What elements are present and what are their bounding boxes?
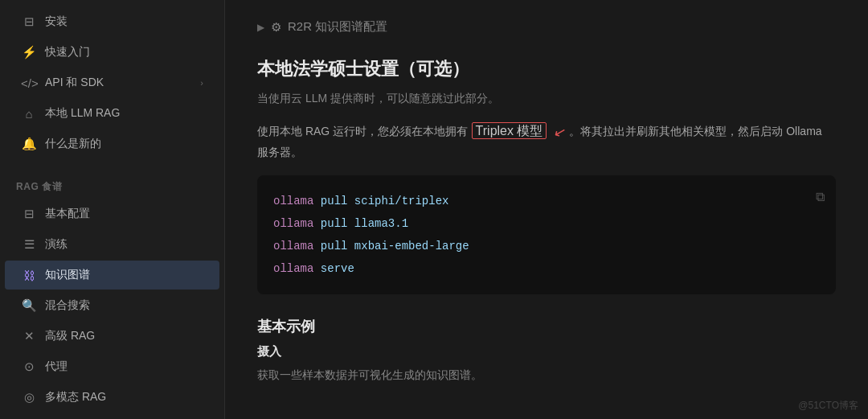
sidebar-item-local-llm-label: 本地 LLM RAG <box>45 106 203 121</box>
advanced-icon: ✕ <box>21 329 37 343</box>
basic-examples-heading: 基本示例 <box>257 317 836 336</box>
sidebar-item-agent-label: 代理 <box>45 359 203 374</box>
sidebar-item-knowledge-graph[interactable]: ⛓ 知识图谱 <box>5 261 219 290</box>
triplex-highlight: Triplex 模型 <box>472 122 547 139</box>
local-section-description: 当使用云 LLM 提供商时，可以随意跳过此部分。 <box>257 89 836 107</box>
graph-icon: ⛓ <box>21 269 37 282</box>
copy-icon[interactable]: ⧉ <box>816 185 825 211</box>
red-arrow-annotation: ↙ <box>551 122 567 142</box>
collapsible-label: R2R 知识图谱配置 <box>288 19 387 35</box>
ingest-description: 获取一些样本数据并可视化生成的知识图谱。 <box>257 366 836 384</box>
sidebar-item-advanced-rag-label: 高级 RAG <box>45 329 203 343</box>
code-block: ⧉ ollama pull sciphi/triplex ollama pull… <box>257 175 836 294</box>
sidebar-item-quickstart-label: 快速入门 <box>45 45 203 60</box>
sidebar-item-whats-new[interactable]: 🔔 什么是新的 <box>5 129 219 158</box>
code-line-1: ollama pull sciphi/triplex <box>273 190 820 212</box>
code-line-2: ollama pull llama3.1 <box>273 212 820 235</box>
sidebar-item-install[interactable]: ⊟ 安装 <box>5 7 219 36</box>
code-line-4: ollama serve <box>273 257 820 280</box>
eye-icon: ◎ <box>21 390 37 405</box>
grid-icon: ⊟ <box>21 207 37 221</box>
sidebar-item-web-dev[interactable]: ⊟ Web 开发 <box>5 413 219 419</box>
code-line-3: ollama pull mxbai-embed-large <box>273 235 820 257</box>
sidebar-item-multimodal-rag-label: 多模态 RAG <box>45 390 203 405</box>
chevron-expand-icon: ▶ <box>257 22 264 33</box>
sidebar-item-api-sdk[interactable]: </> API 和 SDK › <box>5 68 219 97</box>
watermark: @51CTO博客 <box>798 399 858 413</box>
sidebar-item-knowledge-graph-label: 知识图谱 <box>45 268 203 282</box>
sidebar-item-api-sdk-label: API 和 SDK <box>45 76 192 90</box>
sidebar-item-drill[interactable]: ☰ 演练 <box>5 230 219 259</box>
list-icon: ☰ <box>21 237 37 252</box>
sidebar-item-local-llm[interactable]: ⌂ 本地 LLM RAG <box>5 99 219 128</box>
sidebar-item-basic-config[interactable]: ⊟ 基本配置 <box>5 199 219 228</box>
sidebar: ⊟ 安装 ⚡ 快速入门 </> API 和 SDK › ⌂ 本地 LLM RAG… <box>0 0 225 419</box>
sidebar-item-quickstart[interactable]: ⚡ 快速入门 <box>5 38 219 67</box>
search-icon: 🔍 <box>21 298 37 313</box>
code-icon: </> <box>21 76 37 90</box>
install-icon: ⊟ <box>21 14 37 29</box>
instruction-paragraph: 使用本地 RAG 运行时，您必须在本地拥有 Triplex 模型 ↙ 。将其拉出… <box>257 121 836 162</box>
home-icon: ⌂ <box>21 107 37 121</box>
bell-icon: 🔔 <box>21 137 37 151</box>
agent-icon: ⊙ <box>21 359 37 374</box>
instruction-text-before: 使用本地 RAG 运行时，您必须在本地拥有 <box>257 125 468 138</box>
sidebar-item-drill-label: 演练 <box>45 237 203 252</box>
sidebar-section-title: RAG 食谱 <box>0 169 224 199</box>
sidebar-item-hybrid-search-label: 混合搜索 <box>45 298 203 313</box>
sidebar-item-install-label: 安装 <box>45 14 203 29</box>
ingest-subheading: 摄入 <box>257 344 836 359</box>
collapsible-r2r-config[interactable]: ▶ ⚙ R2R 知识图谱配置 <box>257 19 836 35</box>
settings-icon: ⚙ <box>271 20 281 35</box>
chevron-right-icon: › <box>200 78 203 88</box>
sidebar-item-hybrid-search[interactable]: 🔍 混合搜索 <box>5 291 219 320</box>
local-section-heading: 本地法学硕士设置（可选） <box>257 57 836 81</box>
sidebar-item-whats-new-label: 什么是新的 <box>45 137 203 151</box>
main-content: ▶ ⚙ R2R 知识图谱配置 本地法学硕士设置（可选） 当使用云 LLM 提供商… <box>225 0 868 419</box>
sidebar-item-basic-config-label: 基本配置 <box>45 207 203 221</box>
sidebar-item-advanced-rag[interactable]: ✕ 高级 RAG <box>5 322 219 351</box>
sidebar-item-agent[interactable]: ⊙ 代理 <box>5 352 219 381</box>
sidebar-item-multimodal-rag[interactable]: ◎ 多模态 RAG <box>5 383 219 412</box>
lightning-icon: ⚡ <box>21 45 37 60</box>
